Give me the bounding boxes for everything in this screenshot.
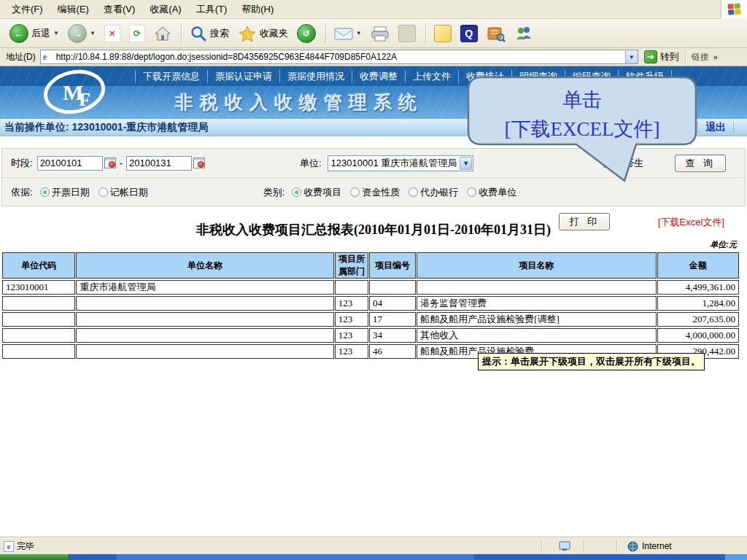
internet-zone-icon bbox=[627, 541, 638, 552]
forward-button[interactable]: → ▼ bbox=[64, 23, 99, 44]
menu-file[interactable]: 文件(F) bbox=[4, 0, 50, 19]
table-row[interactable]: 12317船舶及船用产品设施检验费[调整]207,635.00 bbox=[2, 312, 739, 327]
period-to-input[interactable] bbox=[126, 156, 192, 171]
nav-download-invoice-info[interactable]: 下载开票信息 bbox=[135, 70, 208, 83]
notes-button[interactable] bbox=[430, 23, 455, 44]
stop-button[interactable]: ✕ bbox=[101, 23, 124, 44]
category-radio-fund-nature[interactable]: 资金性质 bbox=[350, 186, 400, 199]
start-button-sliver[interactable] bbox=[0, 554, 69, 560]
favorites-label: 收藏夹 bbox=[260, 27, 288, 40]
table-row[interactable]: 12304港务监督管理费1,284.00 bbox=[2, 296, 739, 311]
dictionary-button[interactable] bbox=[483, 23, 509, 44]
taskbar bbox=[0, 554, 747, 560]
unit-label: 单位: bbox=[300, 157, 322, 170]
messenger-button[interactable] bbox=[511, 23, 537, 44]
menu-edit[interactable]: 编辑(E) bbox=[50, 0, 96, 19]
col-item-name: 项目名称 bbox=[417, 252, 656, 279]
basis-radio-booking-date[interactable]: 记帐日期 bbox=[98, 186, 148, 199]
flashget-button[interactable]: Q bbox=[457, 23, 481, 44]
radio-icon[interactable] bbox=[409, 187, 418, 197]
search-button[interactable]: 搜索 bbox=[186, 23, 233, 44]
go-button[interactable]: ➜ 转到 bbox=[644, 50, 679, 63]
address-label: 地址(D) bbox=[6, 51, 36, 63]
tip-box: 提示：单击展开下级项目，双击展开所有下级项目。 bbox=[478, 353, 705, 370]
forward-dropdown-icon: ▼ bbox=[90, 30, 96, 36]
history-icon: ↺ bbox=[297, 24, 316, 43]
unit-select[interactable]: 123010001 重庆市港航管理局 ▼ bbox=[328, 155, 474, 171]
menu-favorites[interactable]: 收藏(A) bbox=[142, 0, 188, 19]
menu-help[interactable]: 帮助(H) bbox=[234, 0, 281, 19]
nav-ticket-usage[interactable]: 票据使用情况 bbox=[280, 70, 352, 83]
go-arrow-icon: ➜ bbox=[644, 50, 657, 63]
windows-logo-icon bbox=[727, 3, 741, 15]
refresh-icon: ⟳ bbox=[129, 25, 145, 42]
flashget-icon: Q bbox=[460, 25, 478, 42]
links-chevron-icon[interactable]: » bbox=[713, 52, 718, 61]
refresh-button[interactable]: ⟳ bbox=[125, 23, 149, 44]
taskbar-window-button[interactable] bbox=[117, 554, 474, 560]
report-title: 非税收入收费项目汇总报表(2010年01月01日-2010年01月31日) bbox=[0, 221, 747, 238]
home-button[interactable] bbox=[150, 23, 175, 44]
table-row[interactable]: 12334其他收入4,000,000.00 bbox=[2, 328, 739, 343]
home-icon bbox=[154, 25, 171, 42]
radio-checked-icon[interactable] bbox=[40, 187, 50, 197]
address-dropdown-icon[interactable]: ▼ bbox=[625, 50, 638, 63]
stop-icon: ✕ bbox=[104, 25, 120, 42]
current-unit-text: 当前操作单位: 123010001-重庆市港航管理局 bbox=[4, 121, 208, 134]
status-bar: e 完毕 Internet bbox=[0, 537, 747, 554]
table-header-row: 单位代码 单位名称 项目所属部门 项目编号 项目名称 金额 bbox=[2, 252, 739, 279]
callout-bubble: 单击 [下载EXCEL文件] bbox=[460, 70, 722, 194]
search-label: 搜索 bbox=[210, 27, 229, 40]
address-input[interactable]: e http://10.84.1.89:88/dept/logon.do;jse… bbox=[40, 50, 638, 64]
period-from-input[interactable] bbox=[37, 156, 103, 171]
menu-tools[interactable]: 工具(T) bbox=[189, 0, 235, 19]
radio-checked-icon[interactable] bbox=[292, 187, 301, 197]
toolbar-separator bbox=[325, 23, 326, 44]
edit-button bbox=[395, 23, 419, 44]
col-amount: 金额 bbox=[657, 252, 739, 279]
document-done-icon: e bbox=[4, 541, 14, 552]
radio-icon[interactable] bbox=[350, 187, 360, 197]
mail-button[interactable]: ▼ bbox=[330, 25, 365, 42]
nav-fee-adjust[interactable]: 收费调整 bbox=[352, 70, 406, 83]
back-dropdown-icon[interactable]: ▼ bbox=[53, 30, 59, 36]
links-separator bbox=[685, 50, 686, 64]
taskbar-tray-sliver bbox=[725, 554, 747, 560]
basis-label: 依据: bbox=[11, 186, 33, 199]
category-radio-agent-bank[interactable]: 代办银行 bbox=[409, 186, 458, 199]
address-bar: 地址(D) e http://10.84.1.89:88/dept/logon.… bbox=[0, 48, 747, 66]
toolbar-separator bbox=[181, 23, 182, 44]
nav-ticket-cert-apply[interactable]: 票据认证申请 bbox=[208, 70, 280, 83]
radio-icon[interactable] bbox=[98, 187, 108, 197]
mail-dropdown-icon[interactable]: ▼ bbox=[356, 30, 362, 36]
calendar-icon[interactable] bbox=[104, 158, 116, 168]
printer-icon bbox=[371, 26, 390, 42]
calendar-icon[interactable] bbox=[193, 158, 205, 168]
zone-text: Internet bbox=[642, 541, 672, 551]
favorites-star-icon bbox=[238, 25, 257, 42]
app-title: 非税收入收缴管理系统 bbox=[146, 90, 452, 114]
category-radio-fee-item[interactable]: 收费项目 bbox=[292, 186, 341, 199]
note-icon bbox=[434, 25, 452, 42]
monitor-icon bbox=[559, 541, 570, 551]
back-button[interactable]: ← 后退 ▼ bbox=[6, 23, 63, 44]
status-text: 完毕 bbox=[17, 540, 34, 553]
menu-view[interactable]: 查看(V) bbox=[96, 0, 142, 19]
browser-window: 文件(F) 编辑(E) 查看(V) 收藏(A) 工具(T) 帮助(H) ← 后退… bbox=[0, 0, 747, 560]
links-label[interactable]: 链接 bbox=[692, 51, 709, 63]
col-item-no: 项目编号 bbox=[369, 252, 416, 279]
print-button-toolbar[interactable] bbox=[367, 24, 393, 43]
app-logo: M F bbox=[38, 69, 111, 114]
windows-throbber bbox=[721, 0, 747, 19]
forward-icon: → bbox=[68, 24, 87, 43]
report-table: 单位代码 单位名称 项目所属部门 项目编号 项目名称 金额 123010001重… bbox=[1, 251, 740, 360]
edit-icon bbox=[398, 25, 416, 42]
nav-upload-file[interactable]: 上传文件 bbox=[406, 70, 459, 83]
unit-select-value: 123010001 重庆市港航管理局 bbox=[331, 157, 457, 170]
mail-icon bbox=[334, 26, 353, 41]
basis-radio-invoice-date[interactable]: 开票日期 bbox=[40, 186, 90, 199]
table-row[interactable]: 123010001重庆市港航管理局4,499,361.00 bbox=[2, 280, 739, 295]
favorites-button[interactable]: 收藏夹 bbox=[234, 23, 292, 44]
search-icon bbox=[190, 25, 207, 42]
history-button[interactable]: ↺ bbox=[293, 23, 320, 44]
